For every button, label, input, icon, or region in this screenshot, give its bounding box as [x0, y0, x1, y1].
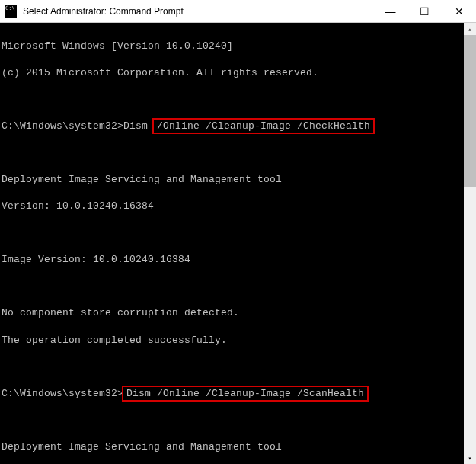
window-title: Select Administrator: Command Prompt: [23, 6, 184, 17]
close-button[interactable]: ✕: [442, 0, 476, 23]
cmd1-highlight: /Online /Cleanup-Image /CheckHealth: [152, 118, 375, 134]
prompt: C:\Windows\system32>: [2, 120, 123, 132]
blank-line: [2, 226, 474, 240]
command-prompt-icon: [5, 5, 17, 18]
scrollbar[interactable]: ▴ ▾: [464, 23, 476, 464]
blank-line: [2, 360, 474, 374]
cmd1-prefix: Dism: [123, 120, 154, 132]
titlebar: Select Administrator: Command Prompt — ☐…: [0, 0, 476, 23]
blank-line: [2, 93, 474, 107]
header-copyright: (c) 2015 Microsoft Corporation. All righ…: [2, 66, 474, 80]
window-controls: — ☐ ✕: [373, 0, 476, 23]
scroll-thumb[interactable]: [464, 35, 476, 187]
minimize-button[interactable]: —: [373, 0, 407, 23]
blank-line: [2, 146, 474, 160]
dism-version-1: Version: 10.0.10240.16384: [2, 200, 474, 213]
header-version: Microsoft Windows [Version 10.0.10240]: [2, 40, 474, 53]
image-version-1: Image Version: 10.0.10240.16384: [2, 253, 474, 267]
dism-deploy-2: Deployment Image Servicing and Managemen…: [2, 440, 474, 454]
scroll-down-button[interactable]: ▾: [464, 452, 476, 464]
blank-line: [2, 414, 474, 427]
blank-line: [2, 280, 474, 293]
prompt: C:\Windows\system32>: [2, 388, 123, 399]
scroll-up-button[interactable]: ▴: [464, 23, 476, 35]
terminal-output[interactable]: Microsoft Windows [Version 10.0.10240] (…: [0, 23, 476, 464]
dism-deploy-1: Deployment Image Servicing and Managemen…: [2, 173, 474, 187]
command-line-1: C:\Windows\system32>Dism /Online /Cleanu…: [2, 120, 474, 133]
cmd2-highlight: Dism /Online /Cleanup-Image /ScanHealth: [122, 386, 369, 402]
maximize-button[interactable]: ☐: [407, 0, 442, 23]
no-corruption-1: No component store corruption detected.: [2, 306, 474, 320]
success-1: The operation completed successfully.: [2, 334, 474, 347]
command-line-2: C:\Windows\system32>Dism /Online /Cleanu…: [2, 387, 474, 401]
